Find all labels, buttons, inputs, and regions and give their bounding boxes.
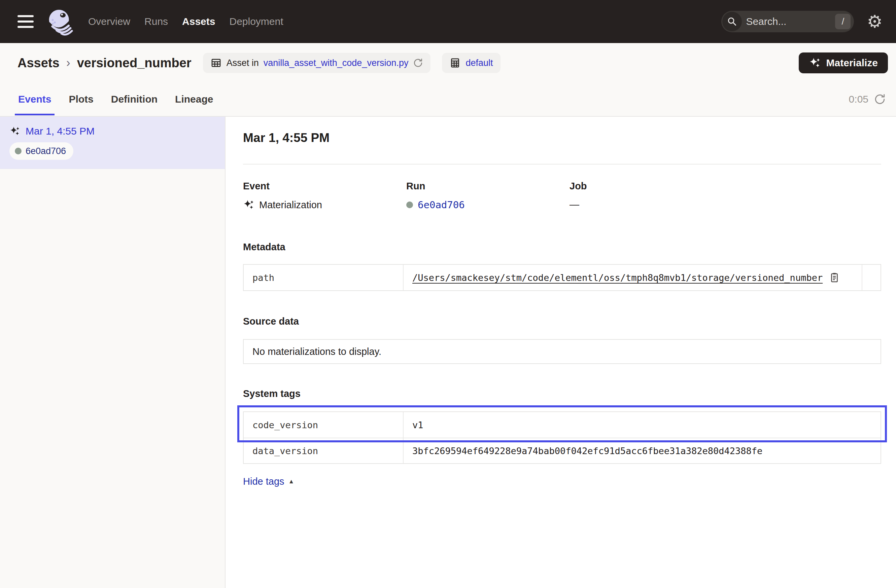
asset-table-icon xyxy=(210,57,222,68)
asset-page-header: Assets › versioned_number Asset in vanil… xyxy=(0,43,896,117)
asset-file-link[interactable]: vanilla_asset_with_code_version.py xyxy=(264,58,408,68)
tab-plots[interactable]: Plots xyxy=(67,83,94,115)
search-input[interactable] xyxy=(742,16,835,27)
tab-events[interactable]: Events xyxy=(17,83,52,115)
settings-gear-icon[interactable]: ⚙ xyxy=(867,13,882,30)
primary-nav: Overview Runs Assets Deployment xyxy=(88,16,283,27)
event-list-item-selected[interactable]: Mar 1, 4:55 PM 6e0ad706 xyxy=(0,117,225,169)
nav-item-runs[interactable]: Runs xyxy=(145,16,168,27)
hamburger-menu-icon[interactable] xyxy=(17,15,34,28)
system-tag-key: data_version xyxy=(244,438,404,463)
metadata-key: path xyxy=(244,265,404,290)
code-location-link[interactable]: default xyxy=(465,58,493,68)
page-title: versioned_number xyxy=(77,56,192,70)
run-column-label: Run xyxy=(406,181,570,192)
event-heading: Mar 1, 4:55 PM xyxy=(243,131,881,145)
materialization-sparkle-icon xyxy=(243,199,254,211)
table-row: data_version 3bfc269594ef649228e9a74bab0… xyxy=(244,438,881,463)
hide-tags-link[interactable]: Hide tags ▲ xyxy=(243,476,294,487)
event-column: Event Materialization xyxy=(243,181,406,211)
job-column: Job — xyxy=(570,181,881,211)
collapse-caret-icon: ▲ xyxy=(288,478,294,485)
source-data-empty-state: No materializations to display. xyxy=(243,339,881,364)
tab-definition[interactable]: Definition xyxy=(110,83,159,115)
event-run-pill[interactable]: 6e0ad706 xyxy=(9,142,73,160)
events-sidebar: Mar 1, 4:55 PM 6e0ad706 xyxy=(0,117,226,588)
search-icon xyxy=(722,12,742,31)
hide-tags-label: Hide tags xyxy=(243,476,284,487)
run-column: Run 6e0ad706 xyxy=(406,181,570,211)
table-row: code_version v1 xyxy=(244,412,881,438)
metadata-heading: Metadata xyxy=(243,242,881,253)
system-tag-value: 3bfc269594ef649228e9a74bab00f042efc91d5a… xyxy=(404,438,881,463)
refresh-icon[interactable] xyxy=(874,93,886,105)
event-run-id: 6e0ad706 xyxy=(26,146,66,156)
job-empty-value: — xyxy=(570,199,579,210)
run-status-dot xyxy=(15,148,21,154)
nav-item-deployment[interactable]: Deployment xyxy=(229,16,283,27)
breadcrumb-separator: › xyxy=(66,56,70,70)
metadata-path-link[interactable]: /Users/smackesey/stm/code/elementl/oss/t… xyxy=(412,272,823,283)
system-tags-table: code_version v1 data_version 3bfc269594e… xyxy=(243,412,881,464)
asset-tabs: Events Plots Definition Lineage 0:05 xyxy=(0,83,896,115)
run-status-dot xyxy=(406,202,413,208)
reload-definition-icon[interactable] xyxy=(413,58,423,68)
event-timestamp-link[interactable]: Mar 1, 4:55 PM xyxy=(26,126,94,137)
nav-item-overview[interactable]: Overview xyxy=(88,16,130,27)
system-tag-key: code_version xyxy=(244,412,404,438)
breadcrumb: Assets › versioned_number Asset in vanil… xyxy=(0,43,896,83)
materialization-sparkle-icon xyxy=(9,126,20,137)
system-tag-value: v1 xyxy=(404,412,881,438)
run-id-link[interactable]: 6e0ad706 xyxy=(418,199,465,211)
refresh-countdown-value: 0:05 xyxy=(849,94,869,105)
table-row: path /Users/smackesey/stm/code/elementl/… xyxy=(244,265,881,290)
asset-pill-prefix: Asset in xyxy=(227,58,259,68)
tab-lineage[interactable]: Lineage xyxy=(174,83,215,115)
sparkle-icon xyxy=(809,57,821,69)
code-location-pill: default xyxy=(442,53,500,73)
breadcrumb-assets-link[interactable]: Assets xyxy=(17,56,59,70)
table-end-cell xyxy=(862,265,881,290)
event-column-label: Event xyxy=(243,181,406,192)
section-divider xyxy=(243,164,881,164)
job-column-label: Job xyxy=(570,181,881,192)
event-detail-panel: Mar 1, 4:55 PM Event Materialization Run xyxy=(226,117,896,588)
global-search[interactable]: / xyxy=(721,11,854,32)
refresh-countdown: 0:05 xyxy=(849,93,886,105)
search-shortcut-key: / xyxy=(835,14,850,29)
asset-definition-pill: Asset in vanilla_asset_with_code_version… xyxy=(203,53,431,73)
source-data-heading: Source data xyxy=(243,316,881,327)
clipboard-copy-icon xyxy=(829,272,840,283)
metadata-table: path /Users/smackesey/stm/code/elementl/… xyxy=(243,264,881,291)
materialize-button[interactable]: Materialize xyxy=(799,52,888,73)
copy-path-button[interactable] xyxy=(829,272,840,283)
repo-grid-icon xyxy=(450,57,461,68)
nav-item-assets[interactable]: Assets xyxy=(182,16,215,27)
event-type-value: Materialization xyxy=(259,199,322,211)
materialize-button-label: Materialize xyxy=(826,57,878,68)
dagster-logo-icon[interactable] xyxy=(45,7,74,36)
system-tags-heading: System tags xyxy=(243,388,881,399)
top-nav: Overview Runs Assets Deployment / ⚙ xyxy=(0,0,896,43)
